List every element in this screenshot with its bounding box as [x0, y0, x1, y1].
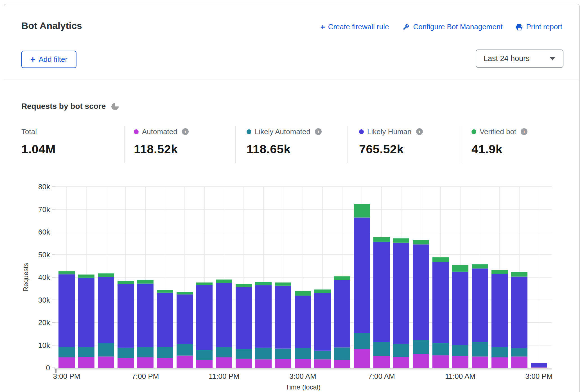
stat-label: Likely Automated	[255, 127, 310, 136]
create-firewall-rule-label: Create firewall rule	[328, 22, 389, 31]
stat-label: Likely Human	[367, 127, 412, 136]
svg-text:0: 0	[46, 364, 50, 372]
stat-divider	[235, 126, 236, 163]
requests-by-bot-score-chart: 010k20k30k40k50k60k70k80k3:00 PM7:00 PM1…	[0, 174, 582, 392]
stat-label: Total	[21, 127, 37, 136]
stat-total: Total 1.04M	[21, 127, 56, 156]
configure-bot-management-link[interactable]: Configure Bot Management	[402, 22, 502, 31]
svg-text:10k: 10k	[38, 341, 50, 350]
page-title: Bot Analytics	[21, 20, 82, 31]
stat-likely-automated: Likely Automated i 118.65k	[247, 127, 322, 156]
svg-text:30k: 30k	[38, 296, 50, 304]
header-actions: + Create firewall rule Configure Bot Man…	[320, 22, 562, 31]
stat-value: 1.04M	[21, 142, 56, 156]
svg-text:50k: 50k	[38, 251, 50, 259]
svg-text:11:00 AM: 11:00 AM	[445, 372, 475, 380]
chevron-down-icon	[549, 57, 556, 60]
stat-divider	[347, 126, 348, 163]
stat-verified-bot: Verified bot i 41.9k	[472, 127, 527, 156]
svg-text:60k: 60k	[38, 228, 50, 236]
plus-icon: +	[30, 55, 35, 64]
svg-text:40k: 40k	[38, 273, 50, 281]
svg-text:80k: 80k	[38, 183, 50, 191]
stat-divider	[124, 126, 125, 163]
header-divider	[4, 80, 579, 80]
add-filter-label: Add filter	[39, 55, 67, 64]
add-filter-button[interactable]: + Add filter	[21, 51, 76, 68]
stat-value: 118.65k	[247, 142, 322, 156]
svg-text:70k: 70k	[38, 205, 50, 214]
info-icon[interactable]: i	[315, 128, 322, 135]
section-title-text: Requests by bot score	[21, 102, 106, 111]
time-range-value: Last 24 hours	[484, 54, 530, 63]
plus-icon: +	[320, 23, 325, 31]
stat-label: Verified bot	[480, 127, 516, 136]
svg-text:7:00 PM: 7:00 PM	[132, 372, 159, 380]
stat-divider	[461, 126, 461, 163]
svg-text:11:00 PM: 11:00 PM	[209, 372, 239, 380]
printer-icon	[515, 23, 523, 31]
print-report-link[interactable]: Print report	[515, 22, 562, 31]
info-icon[interactable]: i	[182, 128, 189, 135]
svg-text:Time (local): Time (local)	[286, 383, 321, 391]
verified-bot-dot-icon	[472, 129, 476, 134]
info-icon[interactable]: i	[521, 128, 527, 135]
automated-dot-icon	[134, 129, 139, 134]
requests-chart-svg: 010k20k30k40k50k60k70k80k3:00 PM7:00 PM1…	[0, 174, 582, 392]
svg-text:3:00 PM: 3:00 PM	[53, 372, 80, 380]
print-report-label: Print report	[526, 22, 562, 31]
stat-value: 41.9k	[472, 142, 527, 156]
likely-human-dot-icon	[359, 129, 364, 134]
section-title: Requests by bot score	[21, 102, 119, 111]
svg-text:3:00 AM: 3:00 AM	[289, 372, 316, 380]
time-range-select[interactable]: Last 24 hours	[476, 49, 563, 68]
svg-text:7:00 AM: 7:00 AM	[368, 372, 395, 380]
pie-chart-icon	[111, 102, 119, 111]
svg-text:3:00 PM: 3:00 PM	[525, 372, 553, 380]
stat-automated: Automated i 118.52k	[134, 127, 189, 156]
create-firewall-rule-link[interactable]: + Create firewall rule	[320, 22, 389, 31]
configure-bot-management-label: Configure Bot Management	[413, 22, 502, 31]
svg-text:20k: 20k	[38, 318, 50, 327]
svg-text:Requests: Requests	[22, 263, 30, 291]
info-icon[interactable]: i	[416, 128, 423, 135]
stat-likely-human: Likely Human i 765.52k	[359, 127, 423, 156]
stat-value: 765.52k	[359, 142, 423, 156]
likely-automated-dot-icon	[247, 129, 251, 134]
wrench-icon	[402, 23, 410, 31]
bot-analytics-page: { "header": { "title": "Bot Analytics", …	[0, 0, 582, 392]
stat-value: 118.52k	[134, 142, 189, 156]
stat-label: Automated	[142, 127, 177, 136]
